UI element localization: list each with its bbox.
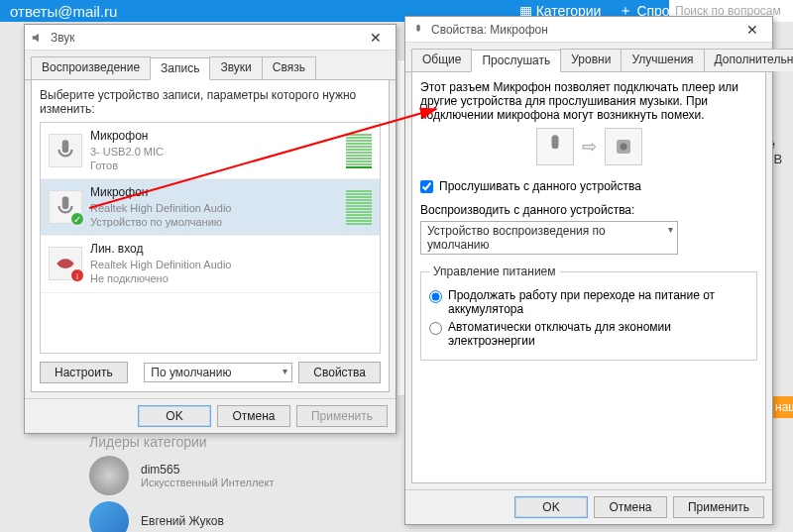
microphone-icon xyxy=(411,23,425,37)
description-text: Этот разъем Микрофон позволяет подключат… xyxy=(420,80,757,122)
tab-general[interactable]: Общие xyxy=(411,49,472,71)
window-title: Звук xyxy=(51,31,75,45)
user-name[interactable]: dim565 xyxy=(141,463,274,477)
arrow-right-icon: ⇨ xyxy=(582,136,597,158)
tab-strip: Общие Прослушать Уровни Улучшения Дополн… xyxy=(405,43,772,72)
avatar[interactable] xyxy=(89,456,129,495)
power-group: Управление питанием Продолжать работу пр… xyxy=(420,265,757,361)
radio-label[interactable]: Продолжать работу при переходе на питани… xyxy=(448,288,748,316)
playthrough-label: Воспроизводить с данного устройства: xyxy=(420,203,757,217)
site-brand[interactable]: ответы@mail.ru xyxy=(10,3,117,20)
tab-enhancements[interactable]: Улучшения xyxy=(621,49,704,71)
radio-label[interactable]: Автоматически отключать для экономии эле… xyxy=(448,320,748,348)
apply-button[interactable]: Применить xyxy=(673,496,764,518)
microphone-icon xyxy=(49,134,82,167)
configure-button[interactable]: Настроить xyxy=(40,362,128,383)
cancel-button[interactable]: Отмена xyxy=(594,496,667,518)
window-title: Свойства: Микрофон xyxy=(431,23,548,37)
listen-checkbox-label[interactable]: Прослушивать с данного устройства xyxy=(439,179,641,193)
device-name: Лин. вход xyxy=(90,242,372,258)
speaker-icon xyxy=(31,31,45,45)
microphone-icon xyxy=(536,128,574,165)
power-radio-continue[interactable] xyxy=(429,290,442,303)
ok-button[interactable]: OK xyxy=(514,496,588,518)
down-badge-icon: ↓ xyxy=(70,268,84,282)
device-list[interactable]: Микрофон 3- USB2.0 MIC Готов ✓ Микрофон … xyxy=(40,122,381,354)
svg-rect-0 xyxy=(416,24,420,31)
level-meter xyxy=(346,134,372,168)
device-name: Микрофон xyxy=(90,129,338,145)
tab-recording[interactable]: Запись xyxy=(150,57,210,80)
cancel-button[interactable]: Отмена xyxy=(217,405,290,427)
listen-checkbox[interactable] xyxy=(420,180,433,193)
tab-listen[interactable]: Прослушать xyxy=(471,50,561,72)
user-name[interactable]: Евгений Жуков xyxy=(141,514,224,528)
tab-strip: Воспроизведение Запись Звуки Связь xyxy=(25,51,396,80)
properties-button[interactable]: Свойства xyxy=(298,362,381,383)
hint-text: Выберите устройство записи, параметры ко… xyxy=(40,88,381,116)
playthrough-combo[interactable]: Устройство воспроизведения по умолчанию xyxy=(420,221,678,255)
device-name: Микрофон xyxy=(90,185,338,201)
close-icon[interactable]: ✕ xyxy=(362,28,390,48)
bg-leaders: Лидеры категории dim565 Искусственный Ин… xyxy=(89,434,367,532)
svg-point-2 xyxy=(620,144,626,151)
tab-sounds[interactable]: Звуки xyxy=(209,56,262,79)
default-combo[interactable]: По умолчанию xyxy=(144,363,292,382)
tab-levels[interactable]: Уровни xyxy=(560,49,622,71)
avatar[interactable] xyxy=(89,501,129,532)
tab-advanced[interactable]: Дополнительно xyxy=(704,49,793,71)
device-row[interactable]: Микрофон 3- USB2.0 MIC Готов xyxy=(41,123,380,179)
speaker-icon xyxy=(605,128,642,165)
device-row[interactable]: ✓ Микрофон Realtek High Definition Audio… xyxy=(41,179,380,236)
power-radio-auto-off[interactable] xyxy=(429,322,442,335)
tab-communications[interactable]: Связь xyxy=(262,56,316,79)
check-badge-icon: ✓ xyxy=(70,212,84,226)
group-legend: Управление питанием xyxy=(429,265,560,278)
linein-icon: ↓ xyxy=(49,247,82,280)
ok-button[interactable]: OK xyxy=(138,405,211,427)
level-meter xyxy=(346,190,372,225)
mic-properties-dialog: Свойства: Микрофон ✕ Общие Прослушать Ур… xyxy=(404,16,773,525)
apply-button[interactable]: Применить xyxy=(296,405,388,427)
sound-dialog: Звук ✕ Воспроизведение Запись Звуки Связ… xyxy=(24,24,396,434)
close-icon[interactable]: ✕ xyxy=(738,20,766,40)
microphone-icon: ✓ xyxy=(49,190,82,224)
device-row[interactable]: ↓ Лин. вход Realtek High Definition Audi… xyxy=(41,236,380,292)
tab-playback[interactable]: Воспроизведение xyxy=(31,56,151,79)
